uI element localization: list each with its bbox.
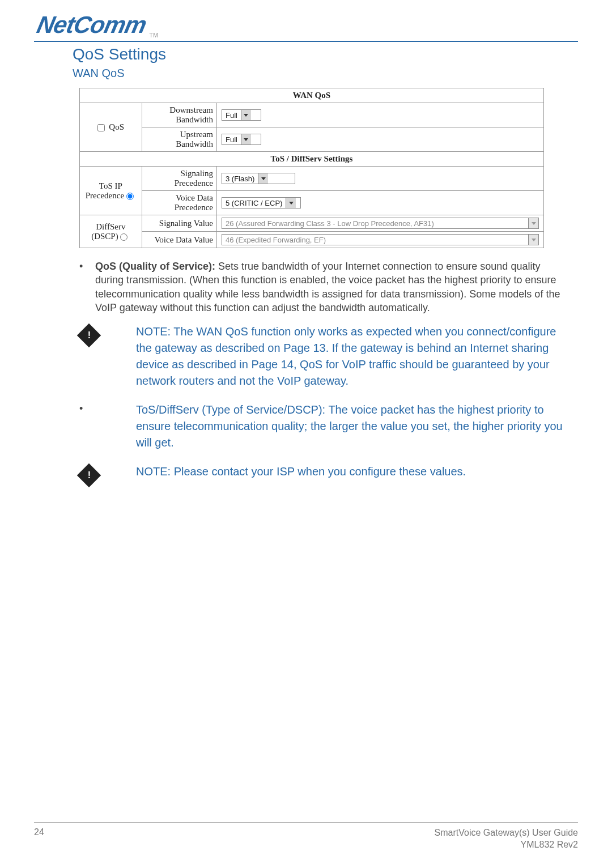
upstream-label: Upstream Bandwidth <box>142 127 216 152</box>
qos-checkbox[interactable] <box>97 124 105 131</box>
footer-title: SmartVoice Gateway(s) User Guide <box>435 827 578 839</box>
note-wan-qos: NOTE: The WAN QoS function only works as… <box>79 324 567 389</box>
diffserv-row-label: DiffServ (DSCP) <box>80 215 142 248</box>
bullet-icon: • <box>79 259 95 314</box>
chevron-down-icon <box>258 173 268 184</box>
page-title: QoS Settings <box>73 45 578 63</box>
qos-label-text: QoS <box>109 122 124 131</box>
chevron-down-icon <box>528 218 538 228</box>
tos-radio[interactable] <box>126 193 134 200</box>
chevron-down-icon <box>286 198 296 208</box>
upstream-select[interactable]: Full <box>222 134 261 145</box>
downstream-value: Full <box>222 111 241 120</box>
sig-val-value: 26 (Assured Forwarding Class 3 - Low Dro… <box>222 219 528 228</box>
sig-prec-value: 3 (Flash) <box>222 175 258 183</box>
downstream-select[interactable]: Full <box>222 109 261 121</box>
section-title: WAN QoS <box>73 67 578 80</box>
tos-row-label: ToS IP Precedence <box>80 167 142 215</box>
note2-text: NOTE: Please contact your ISP when you c… <box>136 463 567 484</box>
alert-icon <box>77 463 101 487</box>
bullet-icon: • <box>79 402 83 415</box>
chevron-down-icon <box>241 110 251 120</box>
wan-qos-table: WAN QoS QoS Downstream Bandwidth Full Up… <box>79 88 544 248</box>
note-isp: NOTE: Please contact your ISP when you c… <box>79 463 567 484</box>
page-footer: 24 SmartVoice Gateway(s) User Guide YML8… <box>34 822 578 851</box>
qos-description: • QoS (Quality of Service): Sets true ba… <box>79 259 567 314</box>
table-section-tos: ToS / DiffServ Settings <box>80 152 544 167</box>
sig-prec-label: Signaling Precedence <box>142 167 216 191</box>
brand-logo: NetComm <box>31 11 149 39</box>
sig-val-select[interactable]: 26 (Assured Forwarding Class 3 - Low Dro… <box>222 218 539 229</box>
voice-val-select[interactable]: 46 (Expedited Forwarding, EF) <box>222 234 539 245</box>
voice-val-label: Voice Data Value <box>142 232 216 248</box>
tos-description: • ToS/DiffServ (Type of Service/DSCP): T… <box>79 402 567 451</box>
header-bar: NetComm TM <box>34 11 578 42</box>
footer-rev: YML832 Rev2 <box>435 839 578 851</box>
sig-prec-select[interactable]: 3 (Flash) <box>222 173 295 184</box>
downstream-label: Downstream Bandwidth <box>142 103 216 127</box>
qos-row-label: QoS <box>80 103 142 152</box>
upstream-value: Full <box>222 135 241 144</box>
chevron-down-icon <box>528 235 538 245</box>
body-content: • QoS (Quality of Service): Sets true ba… <box>79 259 567 484</box>
diffserv-radio[interactable] <box>120 233 128 241</box>
alert-icon <box>77 324 101 347</box>
trademark: TM <box>149 32 158 39</box>
chevron-down-icon <box>241 134 251 144</box>
tos-label-text: ToS IP Precedence <box>86 181 124 200</box>
voice-prec-value: 5 (CRITIC / ECP) <box>222 199 286 207</box>
qos-bold: QoS (Quality of Service): <box>95 261 215 272</box>
note1-text: NOTE: The WAN QoS function only works as… <box>136 324 567 389</box>
voice-prec-label: Voice Data Precedence <box>142 191 216 215</box>
page-number: 24 <box>34 827 44 851</box>
tos-bullet-text: ToS/DiffServ (Type of Service/DSCP): The… <box>136 402 567 451</box>
sig-val-label: Signaling Value <box>142 215 216 232</box>
table-section-wan-qos: WAN QoS <box>80 88 544 103</box>
voice-prec-select[interactable]: 5 (CRITIC / ECP) <box>222 197 301 209</box>
voice-val-value: 46 (Expedited Forwarding, EF) <box>222 236 528 244</box>
